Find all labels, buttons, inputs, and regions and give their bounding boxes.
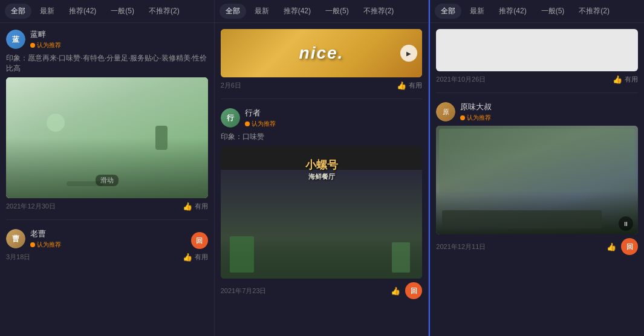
avatar-1: 蓝 <box>6 30 25 49</box>
tab-notrecommend-1[interactable]: 不推荐(2) <box>143 4 186 19</box>
car-image: ⏸ <box>436 126 638 234</box>
action-btn-4[interactable]: 回 <box>405 282 422 299</box>
review-card-3: nice. ▶ 2月6日 👍 有用 <box>221 29 423 90</box>
tab-latest-3[interactable]: 最新 <box>464 4 490 19</box>
user-row-1: 蓝 蓝畔 认为推荐 <box>6 29 208 50</box>
food-image-1: 滑动 <box>6 77 208 198</box>
divider-1 <box>6 219 208 220</box>
pause-button[interactable]: ⏸ <box>619 216 633 231</box>
tab-bar-2: 全部 最新 推荐(42) 一般(5) 不推荐(2) <box>215 0 429 23</box>
helpful-label-2: 有用 <box>195 253 208 262</box>
helpful-label-3: 有用 <box>409 81 422 90</box>
recommend-dot-1 <box>30 43 35 48</box>
restaurant-sign: 小螺号 海鲜餐厅 <box>305 158 338 181</box>
date-6: 2021年12月11日 <box>436 242 486 251</box>
user-info-2: 老曹 认为推荐 <box>30 228 61 249</box>
review-image-blank <box>436 29 638 71</box>
play-button[interactable]: ▶ <box>400 45 417 62</box>
card-bottom-2: 3月18日 👍 有用 <box>6 253 208 262</box>
tab-all-1[interactable]: 全部 <box>5 4 31 19</box>
avatar-img-6: 原 <box>436 102 455 121</box>
tab-bar-1: 全部 最新 推荐(42) 一般(5) 不推荐(2) <box>0 0 214 23</box>
date-5: 2021年10月26日 <box>436 75 486 84</box>
review-image-car: ⏸ <box>436 126 638 234</box>
helpful-btn-4[interactable]: 👍 <box>391 286 400 296</box>
avatar-img-4: 行 <box>221 108 240 128</box>
username-2: 老曹 <box>30 228 61 239</box>
date-4: 2021年7月23日 <box>221 286 267 296</box>
card-bottom-3: 2月6日 👍 有用 <box>221 81 423 90</box>
review-image-nice: nice. ▶ <box>221 29 423 77</box>
recommend-dot-6 <box>460 115 465 120</box>
recommend-badge-6: 认为推荐 <box>460 114 492 122</box>
impression-1: 印象：愿意再来·口味赞·有特色·分量足·服务贴心·装修精美·性价比高 <box>6 53 208 74</box>
date-3: 2月6日 <box>221 81 241 90</box>
impression-4: 印象：口味赞 <box>221 132 423 142</box>
user-row-4: 行 行者 认为推荐 <box>221 108 423 128</box>
recommend-badge-1: 认为推荐 <box>30 41 61 50</box>
restaurant-inner: 小螺号 海鲜餐厅 <box>221 146 423 279</box>
tab-all-3[interactable]: 全部 <box>435 4 461 19</box>
action-btn-2[interactable]: 回 <box>191 232 208 249</box>
review-card-6: 原 原味大叔 认为推荐 ⏸ <box>436 102 638 255</box>
card-bottom-5: 2021年10月26日 👍 有用 <box>436 75 638 84</box>
review-card-4: 行 行者 认为推荐 印象：口味赞 小螺号 <box>221 108 423 299</box>
blank-image <box>436 29 638 71</box>
helpful-btn-5[interactable]: 👍 有用 <box>613 75 638 84</box>
thumbs-up-icon-6: 👍 <box>607 242 616 251</box>
review-image-restaurant: 小螺号 海鲜餐厅 <box>221 146 423 279</box>
review-card-1: 蓝 蓝畔 认为推荐 印象：愿意再来·口味赞·有特色·分量足·服务贴心·装修精美·… <box>6 29 208 211</box>
helpful-btn-1[interactable]: 👍 有用 <box>183 202 208 211</box>
action-btn-6[interactable]: 回 <box>621 238 638 255</box>
helpful-btn-2[interactable]: 👍 有用 <box>183 253 208 262</box>
helpful-btn-6[interactable]: 👍 <box>607 242 616 251</box>
avatar-2: 曹 <box>6 229 25 248</box>
username-4: 行者 <box>245 108 276 118</box>
restaurant-sign-sub: 海鲜餐厅 <box>305 172 338 181</box>
recommend-label-2: 认为推荐 <box>37 241 61 249</box>
username-6: 原味大叔 <box>460 102 492 112</box>
tab-notrecommend-2[interactable]: 不推荐(2) <box>357 4 400 19</box>
thumbs-up-icon-3: 👍 <box>397 81 406 90</box>
tab-recommend-1[interactable]: 推荐(42) <box>63 4 102 19</box>
tab-recommend-3[interactable]: 推荐(42) <box>493 4 532 19</box>
panel-content-1: 蓝 蓝畔 认为推荐 印象：愿意再来·口味赞·有特色·分量足·服务贴心·装修精美·… <box>0 23 214 336</box>
helpful-btn-3[interactable]: 👍 有用 <box>397 81 422 90</box>
thumbs-up-icon-4: 👍 <box>391 286 400 296</box>
date-1: 2021年12月30日 <box>6 202 56 211</box>
tab-normal-1[interactable]: 一般(5) <box>105 4 140 19</box>
divider-2 <box>221 99 423 99</box>
nice-image: nice. ▶ <box>221 29 423 77</box>
user-info-6: 原味大叔 认为推荐 <box>460 102 492 122</box>
recommend-badge-4: 认为推荐 <box>245 120 276 128</box>
panel-content-2: nice. ▶ 2月6日 👍 有用 行 行者 <box>215 23 429 336</box>
panel-content-3: 2021年10月26日 👍 有用 原 原味大叔 认为推荐 <box>430 23 644 336</box>
card-bottom-4: 2021年7月23日 👍 回 <box>221 282 423 299</box>
review-panel-2: 全部 最新 推荐(42) 一般(5) 不推荐(2) nice. ▶ 2月6日 👍… <box>215 0 429 336</box>
recommend-label-1: 认为推荐 <box>37 41 61 50</box>
tab-latest-1[interactable]: 最新 <box>34 4 60 19</box>
helpful-label-5: 有用 <box>625 75 638 84</box>
date-2: 3月18日 <box>6 253 30 262</box>
gesture-hint-1: 滑动 <box>96 175 119 186</box>
recommend-badge-2: 认为推荐 <box>30 241 61 249</box>
tab-recommend-2[interactable]: 推荐(42) <box>278 4 317 19</box>
tab-bar-3: 全部 最新 推荐(42) 一般(5) 不推荐(2) <box>430 0 644 23</box>
avatar-6: 原 <box>436 102 455 121</box>
tab-latest-2[interactable]: 最新 <box>249 4 275 19</box>
recommend-label-6: 认为推荐 <box>467 114 491 122</box>
recommend-label-4: 认为推荐 <box>252 120 276 128</box>
user-info-1: 蓝畔 认为推荐 <box>30 29 61 50</box>
tab-normal-2[interactable]: 一般(5) <box>319 4 355 19</box>
user-row-6: 原 原味大叔 认为推荐 <box>436 102 638 122</box>
thumbs-up-icon-2: 👍 <box>183 253 192 262</box>
tab-normal-3[interactable]: 一般(5) <box>535 4 571 19</box>
avatar-img-1: 蓝 <box>6 30 25 49</box>
tab-notrecommend-3[interactable]: 不推荐(2) <box>573 4 616 19</box>
nice-text: nice. <box>299 44 344 63</box>
divider-3 <box>436 92 638 93</box>
review-card-2: 曹 老曹 认为推荐 回 3月18日 👍 有用 <box>6 228 208 262</box>
recommend-dot-4 <box>245 121 250 126</box>
restaurant-image: 小螺号 海鲜餐厅 <box>221 146 423 279</box>
tab-all-2[interactable]: 全部 <box>220 4 246 19</box>
